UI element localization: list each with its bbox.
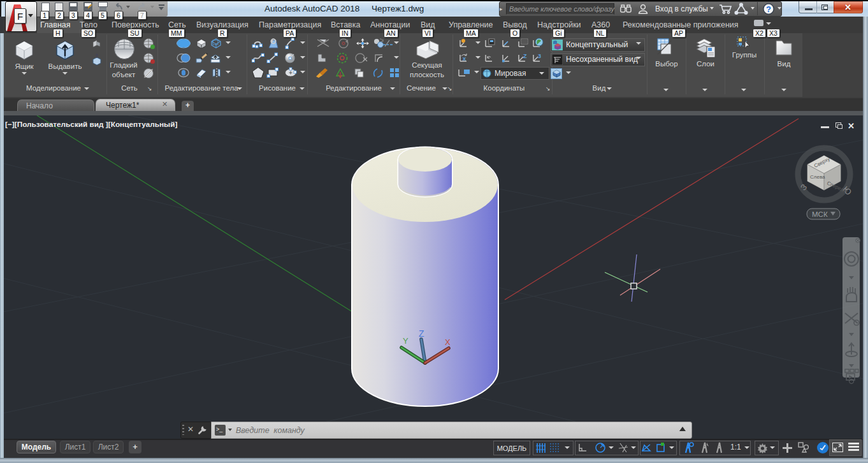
svg-text:x: x xyxy=(463,55,466,62)
svg-text:X: X xyxy=(445,337,451,347)
svg-text:Y: Y xyxy=(403,336,409,346)
svg-text:Z: Z xyxy=(523,53,527,59)
svg-text:Слева: Слева xyxy=(810,174,825,180)
svg-text:3: 3 xyxy=(538,53,541,59)
svg-text:?: ? xyxy=(766,4,771,14)
svg-text:МСК: МСК xyxy=(812,210,828,218)
svg-text:Z: Z xyxy=(419,328,424,339)
